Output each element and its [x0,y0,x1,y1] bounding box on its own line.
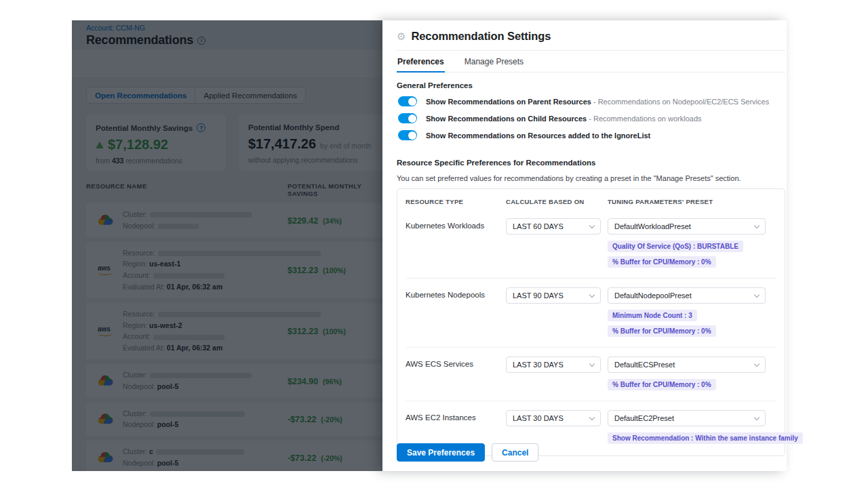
preset-badges: Show Recommendation : Within the same in… [608,432,803,444]
toggle-switch[interactable] [398,113,417,123]
toggle-description: - Recommendations on workloads [587,115,701,123]
chevron-down-icon [754,414,760,420]
preset-badges: % Buffer for CPU/Memory : 0% [608,379,776,390]
resource-type-label: Kubernetes Nodepools [406,287,506,337]
preset-badge: % Buffer for CPU/Memory : 0% [608,379,716,390]
tuning-preset-select[interactable]: DefaultECSPreset [608,357,766,373]
drawer-title: Recommendation Settings [411,30,551,43]
selected-period: LAST 60 DAYS [513,222,564,230]
chevron-down-icon [589,361,595,366]
preset-badge: % Buffer for CPU/Memory : 0% [608,256,716,268]
preset-badge: Minimum Node Count : 3 [608,310,697,321]
selected-period: LAST 90 DAYS [513,291,564,300]
chevron-down-icon [589,222,595,228]
resource-type-label: Kubernetes Workloads [406,218,506,268]
cancel-button[interactable]: Cancel [492,443,538,462]
resource-pref-row: AWS ECS Services LAST 30 DAYS DefaultECS… [406,347,776,401]
preset-badge: % Buffer for CPU/Memory : 0% [608,325,716,337]
toggle-switch[interactable] [398,130,417,140]
tab-manage-presets[interactable]: Manage Presets [464,51,524,72]
chevron-down-icon [589,414,595,420]
preset-badges: Minimum Node Count : 3% Buffer for CPU/M… [608,310,776,337]
selected-preset: DefaultNodepoolPreset [614,291,692,300]
resource-pref-row: Kubernetes Nodepools LAST 90 DAYS Defaul… [406,278,776,347]
selected-preset: DefaultECSPreset [614,361,675,369]
preset-badge: Quality Of Service (QoS) : BURSTABLE [608,241,743,252]
selected-period: LAST 30 DAYS [513,361,564,369]
toggle-label: Show Recommendations on Child Resources [426,115,587,123]
chevron-down-icon [754,361,760,366]
resource-prefs-description: You can set preferred values for recomme… [397,174,785,182]
chevron-down-icon [754,291,760,297]
resource-type-label: AWS EC2 Instances [406,410,506,444]
chevron-down-icon [589,291,595,297]
column-tuning-parameters-preset: TUNING PARAMETERS' PRESET [608,196,776,209]
preset-badges: Quality Of Service (QoS) : BURSTABLE% Bu… [608,241,776,268]
prefs-table-header: RESOURCE TYPE CALCULATE BASED ON TUNING … [406,196,776,209]
resource-prefs-heading: Resource Specific Preferences for Recomm… [397,159,785,167]
recommendations-page: Account: CCM-NG Recommendations Open Rec… [72,20,382,471]
toggle-switch[interactable] [398,96,417,106]
selected-period: LAST 30 DAYS [513,414,564,422]
recommendation-settings-drawer: Recommendation Settings Preferences Mana… [382,20,787,471]
chevron-down-icon [754,222,760,228]
calculate-based-on-select[interactable]: LAST 30 DAYS [506,410,601,426]
gear-icon [397,31,406,41]
tuning-preset-select[interactable]: DefaultEC2Preset [608,410,766,426]
save-preferences-button[interactable]: Save Preferences [397,443,485,462]
app-window: Account: CCM-NG Recommendations Open Rec… [72,20,787,471]
preference-toggle-row: Show Recommendations on Child Resources … [398,113,785,123]
resource-prefs-table: RESOURCE TYPE CALCULATE BASED ON TUNING … [397,188,785,456]
calculate-based-on-select[interactable]: LAST 90 DAYS [506,287,601,304]
tuning-preset-select[interactable]: DefaultWorkloadPreset [608,218,766,235]
preference-toggle-row: Show Recommendations on Resources added … [398,130,785,140]
settings-tabs: Preferences Manage Presets [397,51,785,73]
calculate-based-on-select[interactable]: LAST 30 DAYS [506,357,601,373]
toggle-label: Show Recommendations on Resources added … [426,131,650,140]
selected-preset: DefaultWorkloadPreset [614,222,691,230]
general-preferences-toggles: Show Recommendations on Parent Resources… [397,96,785,140]
modal-dim-overlay[interactable] [72,20,382,471]
calculate-based-on-select[interactable]: LAST 60 DAYS [506,218,601,235]
resource-type-label: AWS ECS Services [406,357,506,390]
resource-pref-row: Kubernetes Workloads LAST 60 DAYS Defaul… [406,209,776,278]
preset-badge: Show Recommendation : Within the same in… [608,432,803,444]
column-resource-type: RESOURCE TYPE [406,196,506,209]
general-preferences-heading: General Preferences [397,81,785,89]
tab-preferences[interactable]: Preferences [397,51,445,72]
toggle-description: - Recommendations on Nodepool/EC2/ECS Se… [591,98,769,106]
selected-preset: DefaultEC2Preset [614,414,674,422]
toggle-label: Show Recommendations on Parent Resources [426,98,591,106]
column-calculate-based-on: CALCULATE BASED ON [506,196,608,209]
preference-toggle-row: Show Recommendations on Parent Resources… [398,96,785,106]
tuning-preset-select[interactable]: DefaultNodepoolPreset [608,287,766,304]
